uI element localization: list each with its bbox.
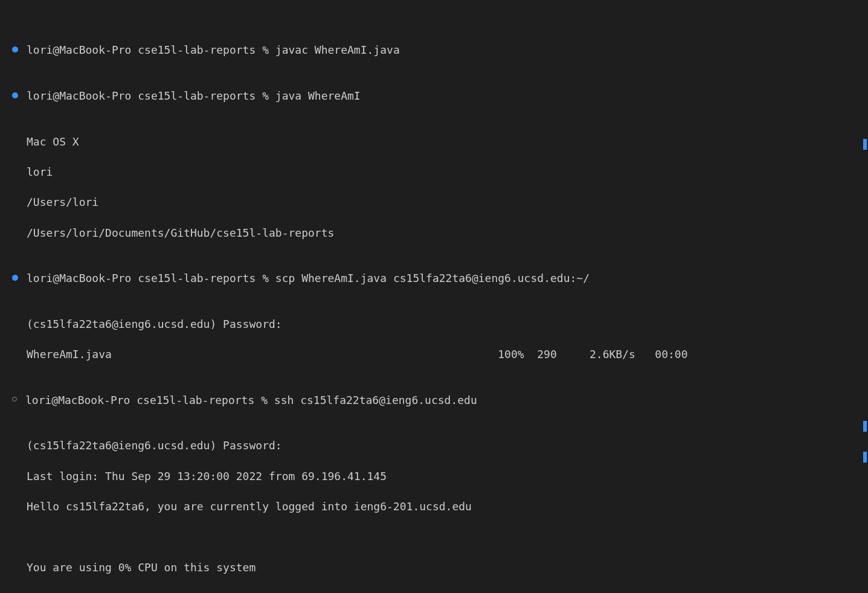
output-text: (cs15lfa22ta6@ieng6.ucsd.edu) Password: (27, 438, 282, 453)
command-text: java WhereAmI (275, 89, 361, 102)
terminal-line: lori (12, 164, 868, 179)
output-text: Hello cs15lfa22ta6, you are currently lo… (27, 499, 472, 514)
output-text: /Users/lori/Documents/GitHub/cse15l-lab-… (27, 225, 334, 240)
output-text: (cs15lfa22ta6@ieng6.ucsd.edu) Password: (27, 316, 282, 332)
shell-prompt: lori@MacBook-Pro cse15l-lab-reports % (27, 89, 275, 102)
terminal-line: Hello cs15lfa22ta6, you are currently lo… (12, 499, 868, 514)
terminal-line (12, 590, 868, 593)
output-text: Last login: Thu Sep 29 13:20:00 2022 fro… (27, 469, 387, 484)
terminal-line: /Users/lori/Documents/GitHub/cse15l-lab-… (12, 225, 868, 240)
minimap-marker-icon (863, 421, 867, 432)
output-text: lori (27, 164, 53, 179)
minimap-marker-icon (863, 452, 867, 463)
terminal-line: lori@MacBook-Pro cse15l-lab-reports % ja… (12, 42, 868, 57)
status-dot-hollow-icon (12, 397, 17, 402)
command-text: javac WhereAmI.java (275, 43, 400, 56)
terminal-line (12, 529, 868, 544)
command-text: ssh cs15lfa22ta6@ieng6.ucsd.edu (274, 394, 477, 406)
status-dot-icon (12, 275, 18, 281)
output-text: You are using 0% CPU on this system (27, 560, 256, 575)
shell-prompt: lori@MacBook-Pro cse15l-lab-reports % (25, 394, 274, 406)
terminal-line: /Users/lori (12, 194, 868, 210)
terminal-line: You are using 0% CPU on this system (12, 560, 868, 575)
terminal-line: WhereAmI.java 100% 290 2.6KB/s 00:00 (12, 347, 868, 362)
terminal-line: Last login: Thu Sep 29 13:20:00 2022 fro… (12, 469, 868, 484)
terminal-line: Mac OS X (12, 134, 868, 149)
shell-prompt: lori@MacBook-Pro cse15l-lab-reports % (27, 43, 275, 56)
output-text: /Users/lori (27, 194, 98, 210)
terminal-line: lori@MacBook-Pro cse15l-lab-reports % ja… (12, 88, 868, 103)
status-dot-icon (12, 92, 18, 98)
output-text (27, 590, 33, 593)
command-text: scp WhereAmI.java cs15lfa22ta6@ieng6.ucs… (275, 272, 590, 284)
output-text (27, 529, 33, 544)
terminal-output[interactable]: lori@MacBook-Pro cse15l-lab-reports % ja… (12, 12, 868, 593)
terminal-line: (cs15lfa22ta6@ieng6.ucsd.edu) Password: (12, 438, 868, 453)
output-text: Mac OS X (27, 134, 79, 149)
terminal-line: lori@MacBook-Pro cse15l-lab-reports % ss… (12, 393, 868, 408)
output-text: WhereAmI.java 100% 290 2.6KB/s 00:00 (27, 347, 688, 362)
terminal-line: lori@MacBook-Pro cse15l-lab-reports % sc… (12, 271, 868, 286)
shell-prompt: lori@MacBook-Pro cse15l-lab-reports % (27, 272, 275, 284)
status-dot-icon (12, 46, 18, 53)
terminal-line: (cs15lfa22ta6@ieng6.ucsd.edu) Password: (12, 316, 868, 332)
minimap-marker-icon (863, 139, 867, 150)
